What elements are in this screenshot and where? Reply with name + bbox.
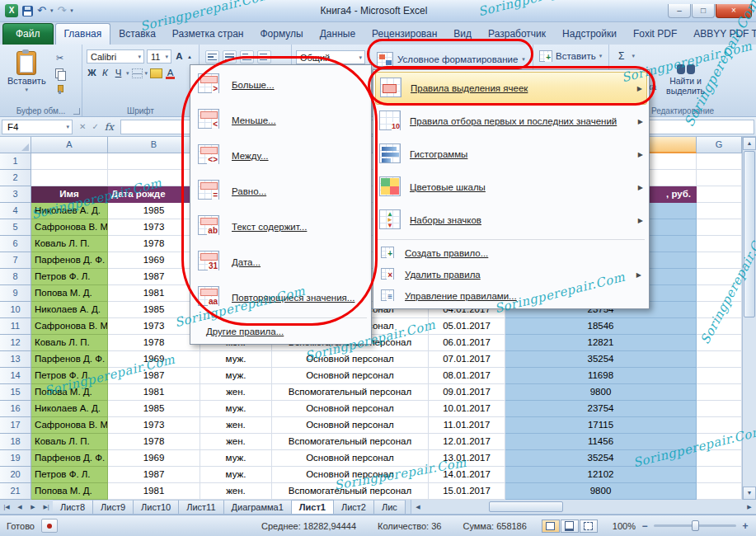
cell[interactable]: 1987 <box>108 467 200 483</box>
customize-toolbar-icon[interactable]: ▾ <box>70 7 73 14</box>
cell[interactable]: 9800 <box>505 483 697 500</box>
fill-color-icon[interactable] <box>150 68 162 78</box>
cell[interactable]: 1985 <box>108 302 200 318</box>
redo-icon[interactable]: ↷ <box>57 5 66 16</box>
cell[interactable]: 11.01.2017 <box>429 417 505 434</box>
save-icon[interactable] <box>22 6 33 16</box>
cell[interactable]: 1985 <box>108 203 200 219</box>
cell[interactable]: Сафронова В. М. <box>31 417 108 434</box>
cell[interactable]: 17115 <box>505 417 697 434</box>
zoom-level[interactable]: 100% <box>613 521 636 531</box>
row-header[interactable]: 21 <box>0 483 31 500</box>
minimize-button[interactable]: – <box>668 4 691 18</box>
cell[interactable]: Сафронова В. М. <box>31 318 108 335</box>
cell[interactable]: Дата рожде <box>108 186 200 203</box>
column-header[interactable]: B <box>108 137 200 153</box>
sheet-tab[interactable]: Лист11 <box>179 500 223 514</box>
maximize-button[interactable]: □ <box>692 4 715 18</box>
cell[interactable] <box>697 483 742 500</box>
menu-item[interactable]: ≡Управление правилами... <box>375 285 647 307</box>
cell[interactable]: муж. <box>200 450 272 467</box>
cell[interactable]: 1969 <box>108 351 200 368</box>
cell[interactable] <box>697 450 742 467</box>
cell[interactable] <box>697 285 742 302</box>
align-middle-icon[interactable] <box>223 50 237 63</box>
scrollbar-thumb[interactable] <box>744 151 755 317</box>
menu-item[interactable]: <>Между... <box>192 138 369 173</box>
sheet-tab[interactable]: Лис <box>374 500 406 514</box>
name-box[interactable]: F4 ▾ <box>2 120 73 134</box>
row-header[interactable]: 1 <box>0 153 31 170</box>
menu-item[interactable]: Гистограммы▶ <box>375 138 647 171</box>
cell[interactable]: 1973 <box>108 417 200 434</box>
menu-item[interactable]: abТекст содержит... <box>192 209 369 244</box>
cell[interactable] <box>31 170 108 186</box>
insert-cells-button[interactable]: + Вставить ▾ <box>539 50 606 62</box>
row-header[interactable]: 20 <box>0 467 31 483</box>
cell[interactable]: 1981 <box>108 285 200 302</box>
cell[interactable]: Парфенов Д. Ф. <box>31 351 108 368</box>
autosum-button[interactable]: Σ <box>618 50 624 62</box>
cell[interactable]: Коваль Л. П. <box>31 335 108 351</box>
font-size-select[interactable]: 11 ▾ <box>147 49 171 63</box>
row-header[interactable]: 7 <box>0 252 31 269</box>
cell[interactable]: 1978 <box>108 434 200 450</box>
cell[interactable]: 10.01.2017 <box>429 401 505 417</box>
menu-item[interactable]: <Меньше... <box>192 102 369 138</box>
menu-item[interactable]: ×Удалить правила▶ <box>375 264 647 285</box>
menu-item[interactable]: 31Дата... <box>192 244 369 280</box>
cell[interactable]: муж. <box>200 467 272 483</box>
cell[interactable]: 06.01.2017 <box>429 335 505 351</box>
cell[interactable] <box>697 236 742 252</box>
cell[interactable]: 05.01.2017 <box>429 318 505 335</box>
cell[interactable]: 1987 <box>108 368 200 384</box>
cell[interactable]: Петров Ф. Л. <box>31 269 108 285</box>
undo-icon[interactable]: ↶ <box>37 5 46 16</box>
cell[interactable]: жен. <box>200 483 272 500</box>
insert-function-button[interactable]: fx <box>105 121 114 133</box>
ribbon-tab[interactable]: ABBYY PDF Trar <box>685 24 756 45</box>
cell[interactable]: Попова М. Д. <box>31 285 108 302</box>
row-header[interactable]: 17 <box>0 417 31 434</box>
italic-button[interactable]: К <box>100 67 110 79</box>
row-header[interactable]: 4 <box>0 203 31 219</box>
cell[interactable] <box>31 153 108 170</box>
page-layout-view-button[interactable] <box>561 520 579 533</box>
cell[interactable] <box>697 170 742 186</box>
ribbon-tab[interactable]: Данные <box>312 24 364 45</box>
record-macro-icon[interactable] <box>41 519 58 533</box>
cell[interactable]: 23754 <box>505 401 697 417</box>
paste-button[interactable]: Вставить ▾ <box>7 49 46 96</box>
ribbon-tab[interactable]: Файл <box>2 23 54 45</box>
cell[interactable] <box>697 401 742 417</box>
ribbon-tab[interactable]: Главная <box>55 23 111 45</box>
cell[interactable]: 1969 <box>108 450 200 467</box>
zoom-out-icon[interactable]: − <box>641 520 649 532</box>
cut-button[interactable]: ✂ <box>53 52 68 64</box>
cell[interactable] <box>108 170 200 186</box>
menu-item[interactable]: Правила выделения ячеек▶ <box>375 72 647 105</box>
cell[interactable] <box>697 417 742 434</box>
cell[interactable]: 1978 <box>108 335 200 351</box>
scroll-left-icon[interactable]: ◀ <box>411 504 425 510</box>
ribbon-tab[interactable]: Foxit PDF <box>625 24 685 45</box>
cell[interactable]: Основной персонал <box>272 450 429 467</box>
select-all-corner[interactable] <box>0 137 31 153</box>
cell[interactable]: муж. <box>200 368 272 384</box>
close-button[interactable]: × <box>716 4 752 18</box>
cell[interactable] <box>697 318 742 335</box>
cell[interactable]: Николаев А. Д. <box>31 302 108 318</box>
cell[interactable]: Основной персонал <box>272 351 429 368</box>
sheet-tab[interactable]: Лист9 <box>93 500 134 514</box>
row-header[interactable]: 9 <box>0 285 31 302</box>
cell[interactable]: 35254 <box>505 450 697 467</box>
cell[interactable]: 13.01.2017 <box>429 450 505 467</box>
row-header[interactable]: 13 <box>0 351 31 368</box>
row-header[interactable]: 6 <box>0 236 31 252</box>
cell[interactable]: 08.01.2017 <box>429 368 505 384</box>
cell[interactable] <box>697 186 742 203</box>
menu-item[interactable]: >Больше... <box>192 67 369 102</box>
menu-item[interactable]: Другие правила... <box>192 321 369 342</box>
zoom-in-icon[interactable]: + <box>741 520 749 532</box>
cell[interactable]: 15.01.2017 <box>429 483 505 500</box>
